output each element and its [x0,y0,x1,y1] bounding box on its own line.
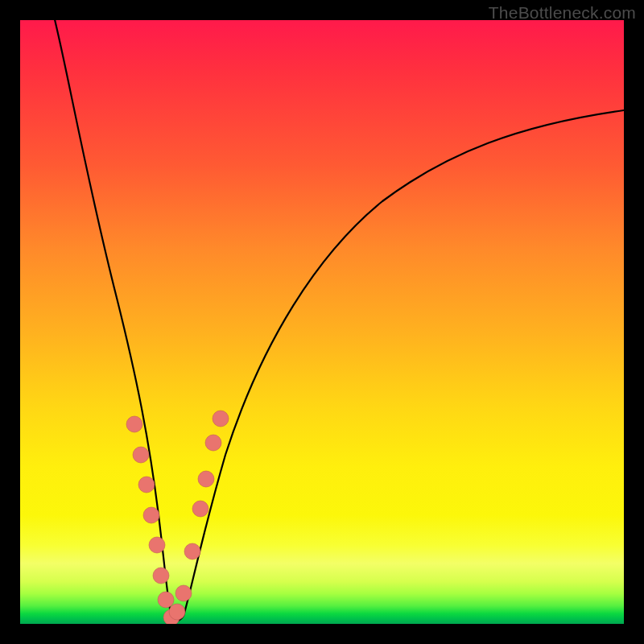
curve-layer [51,20,625,621]
scatter-dot [184,543,200,559]
scatter-dot [126,416,142,432]
scatter-dot [205,435,221,451]
scatter-dot [198,471,214,487]
watermark-text: TheBottleneck.com [489,3,636,23]
scatter-dot [213,411,229,427]
bottleneck-curve [51,20,625,621]
scatter-dot [153,568,169,584]
scatter-dot [138,477,155,493]
plot-area [20,20,624,624]
plot-svg [20,20,624,624]
points-layer [126,411,229,624]
scatter-dot [158,592,174,608]
scatter-dot [133,447,149,463]
chart-root: TheBottleneck.com [0,0,644,644]
scatter-dot [143,507,159,523]
scatter-dot [192,501,208,517]
scatter-dot [149,537,165,553]
scatter-dot [169,604,185,620]
scatter-dot [175,585,192,601]
